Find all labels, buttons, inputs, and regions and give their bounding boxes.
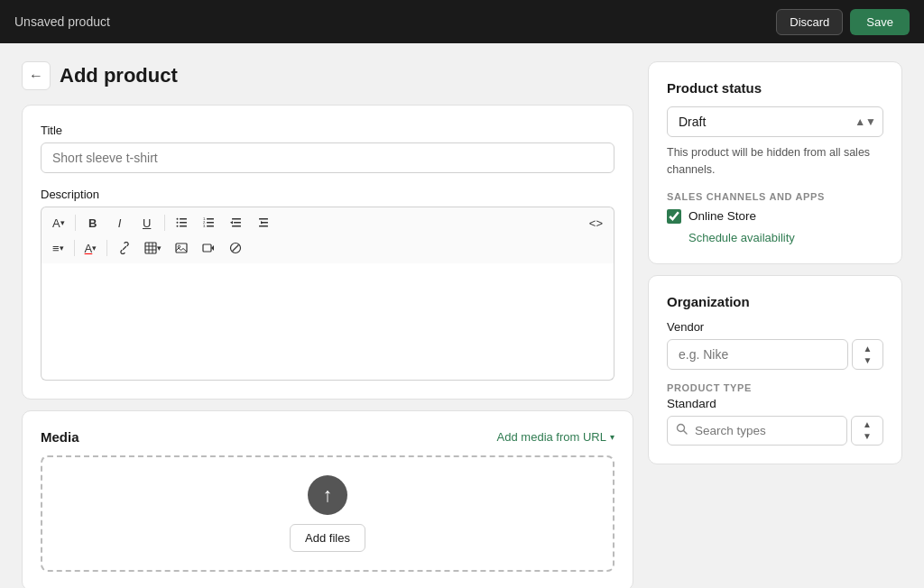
- image-icon: [175, 242, 188, 254]
- color-button[interactable]: A ▾: [79, 236, 103, 260]
- svg-line-30: [233, 245, 239, 252]
- standard-label: Standard: [667, 397, 883, 410]
- indent-less-button[interactable]: [224, 211, 249, 234]
- table-dropdown-icon: ▾: [157, 243, 162, 253]
- organization-title: Organization: [667, 294, 883, 309]
- online-store-label: Online Store: [688, 209, 756, 223]
- svg-rect-14: [232, 225, 241, 227]
- upload-icon: ↑: [308, 475, 347, 515]
- link-button[interactable]: [112, 236, 137, 260]
- svg-rect-18: [259, 225, 268, 227]
- add-media-label: Add media from URL: [497, 430, 606, 444]
- online-store-row: Online Store: [667, 209, 883, 224]
- align-dropdown-icon: ▾: [60, 243, 64, 253]
- italic-icon: I: [118, 216, 122, 230]
- topbar-actions: Discard Save: [776, 9, 910, 35]
- status-select[interactable]: Draft Active: [667, 106, 883, 137]
- description-label: Description: [41, 188, 614, 201]
- svg-rect-25: [176, 243, 187, 253]
- video-button[interactable]: [196, 236, 221, 260]
- editor-toolbar: A ▾ B I U: [41, 207, 614, 263]
- add-files-button[interactable]: Add files: [290, 524, 365, 552]
- main-column: ← Add product Title Description A ▾: [22, 61, 633, 570]
- page-header: ← Add product: [22, 61, 633, 90]
- table-button[interactable]: ▾: [139, 236, 167, 260]
- underline-button[interactable]: U: [134, 211, 160, 234]
- online-store-checkbox[interactable]: [667, 209, 681, 224]
- font-icon: A: [52, 216, 60, 230]
- toolbar-row-1: A ▾ B I U: [47, 211, 608, 234]
- italic-button[interactable]: I: [107, 211, 133, 234]
- topbar-title: Unsaved product: [14, 14, 110, 29]
- svg-rect-27: [203, 244, 211, 252]
- search-types-row: ▲ ▼: [667, 416, 883, 446]
- title-card: Title Description A ▾ B I U: [22, 105, 633, 400]
- svg-rect-1: [180, 222, 187, 224]
- svg-line-32: [684, 431, 688, 435]
- toolbar-row-2: ≡ ▾ A ▾: [47, 236, 608, 260]
- search-stepper-up-icon: ▲: [863, 419, 872, 429]
- align-button[interactable]: ≡ ▾: [47, 236, 69, 260]
- search-stepper-down-icon: ▼: [863, 431, 872, 441]
- bold-button[interactable]: B: [80, 211, 106, 234]
- svg-rect-12: [232, 218, 241, 220]
- search-types-input[interactable]: [667, 416, 847, 446]
- vendor-stepper[interactable]: ▲ ▼: [852, 339, 883, 370]
- indent-more-button[interactable]: [251, 211, 276, 234]
- ul-icon: [176, 216, 189, 229]
- back-icon: ←: [29, 68, 43, 84]
- topbar: Unsaved product Discard Save: [0, 0, 924, 43]
- discard-button[interactable]: Discard: [776, 9, 843, 35]
- title-label: Title: [41, 124, 614, 137]
- svg-point-3: [176, 218, 178, 220]
- vendor-label: Vendor: [667, 320, 883, 334]
- svg-point-5: [176, 225, 178, 227]
- product-status-title: Product status: [667, 80, 883, 96]
- media-title: Media: [41, 429, 79, 445]
- svg-text:3.: 3.: [203, 224, 206, 228]
- svg-rect-8: [207, 225, 214, 227]
- back-button[interactable]: ←: [22, 61, 51, 90]
- stepper-down-icon: ▼: [864, 355, 873, 365]
- table-icon: [144, 242, 157, 254]
- link-icon: [118, 242, 131, 254]
- media-card: Media Add media from URL ▾ ↑ Add files: [22, 410, 633, 588]
- svg-rect-0: [180, 218, 187, 220]
- svg-point-26: [179, 245, 180, 247]
- video-icon: [202, 242, 215, 254]
- search-icon: [676, 423, 688, 437]
- code-button[interactable]: <>: [584, 211, 608, 234]
- bold-icon: B: [88, 216, 97, 230]
- color-icon: A: [85, 242, 93, 255]
- svg-rect-20: [145, 243, 156, 253]
- title-input[interactable]: [41, 142, 614, 173]
- svg-rect-6: [207, 218, 214, 220]
- product-status-card: Product status Draft Active ▲▼ This prod…: [648, 61, 902, 264]
- upload-arrow: ↑: [323, 483, 333, 507]
- image-button[interactable]: [169, 236, 194, 260]
- clear-format-button[interactable]: [223, 236, 248, 260]
- description-editor[interactable]: [41, 263, 614, 381]
- svg-rect-16: [259, 218, 268, 220]
- ul-button[interactable]: [170, 211, 195, 234]
- schedule-availability-link[interactable]: Schedule availability: [688, 231, 795, 244]
- save-button[interactable]: Save: [850, 9, 910, 35]
- sales-channels-label: SALES CHANNELS AND APPS: [667, 191, 883, 202]
- clear-format-icon: [229, 242, 242, 254]
- vendor-input[interactable]: [667, 339, 848, 370]
- page-content: ← Add product Title Description A ▾: [0, 43, 924, 588]
- status-select-wrapper: Draft Active ▲▼: [667, 106, 883, 137]
- search-types-stepper[interactable]: ▲ ▼: [851, 416, 883, 446]
- vendor-row: ▲ ▼: [667, 339, 883, 370]
- align-icon: ≡: [52, 242, 60, 255]
- font-button[interactable]: A ▾: [47, 211, 70, 234]
- page-title: Add product: [60, 64, 178, 87]
- drop-zone[interactable]: ↑ Add files: [41, 455, 614, 572]
- indent-less-icon: [230, 216, 243, 229]
- code-icon: <>: [589, 216, 603, 230]
- add-media-dropdown-icon: ▾: [610, 432, 614, 442]
- stepper-up-icon: ▲: [864, 344, 873, 354]
- ol-button[interactable]: 1. 2. 3.: [197, 211, 222, 234]
- svg-rect-7: [207, 222, 214, 224]
- add-media-link[interactable]: Add media from URL ▾: [497, 430, 614, 444]
